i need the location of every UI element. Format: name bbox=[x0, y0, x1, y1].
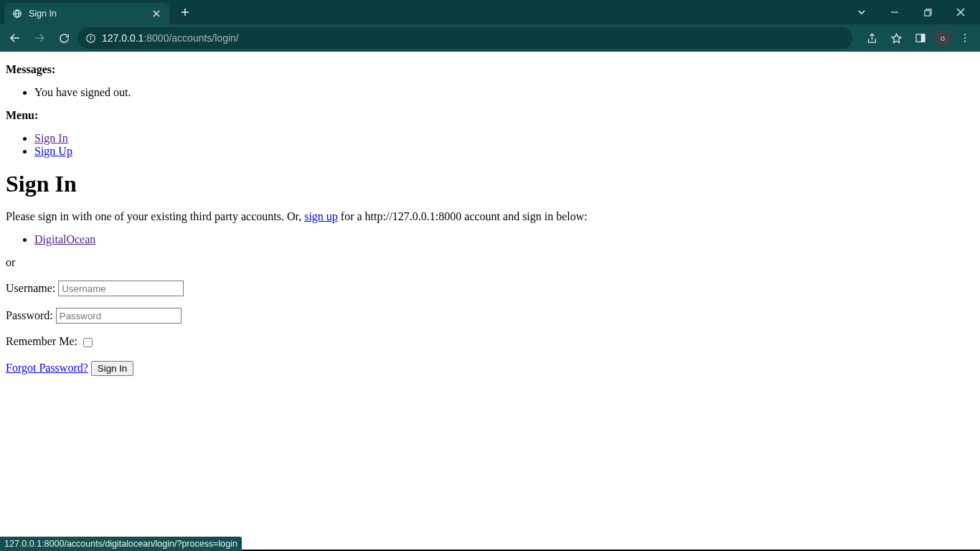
url-port: :8000 bbox=[143, 32, 169, 44]
svg-point-18 bbox=[964, 34, 966, 35]
remember-label: Remember Me: bbox=[6, 335, 77, 347]
svg-line-2 bbox=[154, 11, 159, 17]
bookmark-star-icon[interactable] bbox=[885, 27, 907, 49]
maximize-icon[interactable] bbox=[911, 0, 944, 24]
new-tab-button[interactable] bbox=[175, 2, 195, 22]
sign-up-inline-link[interactable]: sign up bbox=[304, 210, 338, 222]
svg-point-19 bbox=[964, 37, 966, 39]
page-body: Messages: You have signed out. Menu: Sig… bbox=[0, 52, 980, 551]
or-divider: or bbox=[6, 256, 974, 269]
sign-in-button[interactable]: Sign In bbox=[91, 361, 133, 376]
username-input[interactable] bbox=[58, 281, 184, 296]
menu-list: Sign In Sign Up bbox=[6, 132, 974, 158]
url-text: 127.0.0.1:8000/accounts/login/ bbox=[102, 32, 239, 44]
status-bar: 127.0.0.1:8000/accounts/digitalocean/log… bbox=[0, 537, 242, 551]
tabs-dropdown-icon[interactable] bbox=[845, 0, 878, 24]
window-controls bbox=[845, 0, 980, 24]
browser-chrome: Sign In bbox=[0, 0, 980, 52]
menu-heading: Menu: bbox=[6, 109, 38, 121]
svg-point-20 bbox=[964, 41, 966, 42]
menu-sign-in-link[interactable]: Sign In bbox=[34, 132, 68, 144]
site-info-icon[interactable] bbox=[85, 32, 96, 44]
profile-avatar[interactable]: o bbox=[934, 29, 951, 47]
forward-button[interactable] bbox=[29, 27, 50, 49]
side-panel-icon[interactable] bbox=[910, 27, 931, 49]
svg-point-11 bbox=[86, 34, 94, 42]
menu-sign-up-link[interactable]: Sign Up bbox=[34, 145, 72, 157]
svg-marker-14 bbox=[892, 34, 901, 42]
list-item: DigitalOcean bbox=[34, 233, 974, 246]
password-row: Password: bbox=[6, 308, 974, 324]
tab-title: Sign In bbox=[29, 9, 145, 19]
password-input[interactable] bbox=[56, 308, 182, 324]
username-row: Username: bbox=[6, 281, 974, 296]
back-button[interactable] bbox=[4, 27, 26, 49]
url-host: 127.0.0.1 bbox=[102, 32, 143, 44]
messages-heading: Messages: bbox=[6, 63, 55, 75]
list-item: Sign In bbox=[34, 132, 974, 145]
providers-list: DigitalOcean bbox=[6, 233, 974, 246]
globe-icon bbox=[11, 8, 23, 19]
svg-rect-17 bbox=[921, 34, 925, 42]
close-window-icon[interactable] bbox=[944, 0, 977, 24]
page-title: Sign In bbox=[6, 171, 974, 197]
svg-line-1 bbox=[154, 11, 159, 17]
remember-row: Remember Me: bbox=[6, 335, 974, 349]
browser-toolbar: 127.0.0.1:8000/accounts/login/ bbox=[0, 24, 980, 52]
share-icon[interactable] bbox=[861, 27, 882, 49]
remember-checkbox[interactable] bbox=[83, 338, 93, 347]
intro-text: Please sign in with one of your existing… bbox=[6, 210, 974, 223]
toolbar-right: o bbox=[855, 27, 976, 49]
kebab-menu-icon[interactable] bbox=[954, 27, 976, 49]
reload-button[interactable] bbox=[53, 27, 75, 49]
svg-point-0 bbox=[14, 10, 22, 18]
avatar-initial: o bbox=[941, 34, 945, 42]
message-item: You have signed out. bbox=[34, 86, 974, 99]
password-label: Password: bbox=[6, 309, 53, 321]
browser-tab[interactable]: Sign In bbox=[4, 3, 169, 24]
url-path: /accounts/login/ bbox=[169, 32, 238, 44]
svg-line-7 bbox=[957, 9, 964, 16]
list-item: Sign Up bbox=[34, 145, 974, 158]
tab-strip: Sign In bbox=[0, 0, 980, 24]
svg-rect-6 bbox=[924, 10, 929, 15]
messages-list: You have signed out. bbox=[6, 86, 974, 99]
username-label: Username: bbox=[6, 282, 55, 294]
provider-digitalocean-link[interactable]: DigitalOcean bbox=[34, 233, 95, 245]
address-bar[interactable]: 127.0.0.1:8000/accounts/login/ bbox=[77, 27, 852, 49]
svg-rect-15 bbox=[916, 34, 925, 42]
svg-point-13 bbox=[90, 36, 91, 37]
submit-row: Forgot Password? Sign In bbox=[6, 361, 974, 376]
forgot-password-link[interactable]: Forgot Password? bbox=[6, 362, 88, 374]
minimize-icon[interactable] bbox=[878, 0, 911, 24]
tab-close-icon[interactable] bbox=[151, 8, 162, 19]
svg-line-8 bbox=[957, 9, 964, 16]
